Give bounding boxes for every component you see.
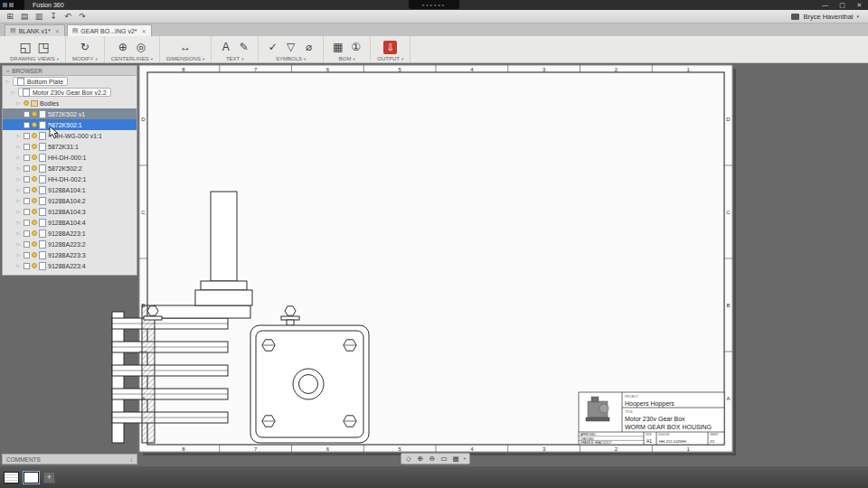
expand-arrow-icon[interactable]: ▷ [15, 111, 22, 117]
chevron-down-icon[interactable]: ▾ [462, 454, 467, 464]
lightbulb-icon[interactable] [32, 144, 37, 149]
minimize-button[interactable]: — [816, 0, 834, 10]
maximize-button[interactable]: ▢ [834, 0, 851, 10]
output-pdf-icon[interactable]: ⇩ [383, 41, 397, 54]
leader-text-icon[interactable]: ✎ [236, 40, 251, 55]
browser-item[interactable]: ▷91288A223:1 [3, 228, 137, 239]
comments-icon[interactable] [791, 14, 799, 20]
app-grid-icon[interactable]: ⊞ [3, 11, 17, 23]
lightbulb-icon[interactable] [24, 100, 29, 106]
surface-texture-icon[interactable]: ✓ [265, 40, 280, 55]
expand-arrow-icon[interactable]: ▷ [15, 144, 22, 149]
weld-symbol-icon[interactable]: ▽ [283, 40, 298, 55]
collapse-browser-icon[interactable]: « [6, 68, 9, 73]
user-menu[interactable]: Bryce Haventhal [803, 13, 853, 21]
expand-arrow-icon[interactable]: ▷ [15, 155, 22, 160]
lightbulb-icon[interactable] [32, 252, 37, 258]
visibility-checkbox[interactable] [24, 155, 30, 161]
expand-arrow-icon[interactable]: ▷ [15, 176, 22, 182]
open-icon[interactable]: ▥ [32, 11, 46, 23]
browser-item[interactable]: ▷91288A223:2 [3, 239, 137, 249]
lightbulb-icon[interactable] [32, 122, 37, 127]
expand-arrow-icon[interactable]: ▷ [15, 209, 22, 214]
lightbulb-icon[interactable] [32, 263, 37, 268]
expand-arrow-icon[interactable]: ▷ [15, 230, 22, 236]
lightbulb-icon[interactable] [32, 220, 37, 225]
expand-arrow-icon[interactable]: ▷ [15, 122, 22, 127]
document-tab[interactable]: ▤BLANK v1*✕ [5, 24, 65, 36]
close-button[interactable]: ✕ [851, 0, 868, 10]
lightbulb-icon[interactable] [32, 111, 37, 117]
visibility-checkbox[interactable] [24, 252, 30, 258]
expand-arrow-icon[interactable]: ▷ [15, 165, 22, 171]
browser-item[interactable]: ▷∞HH-WG-000 v1:1 [3, 130, 137, 141]
centerline-icon[interactable]: ⊕ [115, 40, 130, 55]
zoom-in-icon[interactable]: ⊕ [415, 454, 426, 464]
drawing-canvas-area[interactable]: PROJECT Hoopers Hoppers TITLE Motor 230v… [0, 63, 868, 466]
expand-arrow-icon[interactable]: ▷ [10, 89, 16, 95]
visibility-checkbox[interactable] [24, 133, 30, 139]
visibility-checkbox[interactable] [24, 209, 30, 215]
visibility-checkbox[interactable] [24, 263, 30, 269]
expand-arrow-icon[interactable]: ▷ [15, 263, 22, 268]
lightbulb-icon[interactable] [32, 165, 37, 171]
tab-close-icon[interactable]: ✕ [55, 28, 60, 34]
lightbulb-icon[interactable] [32, 187, 37, 192]
dimension-icon[interactable]: ↔ [178, 40, 193, 55]
expand-arrow-icon[interactable]: ▷ [15, 252, 22, 258]
redo-icon[interactable]: ↷ [75, 11, 90, 23]
comments-bar[interactable]: COMMENTS ↕ [2, 454, 137, 465]
add-sheet-button[interactable]: + [43, 472, 55, 483]
pan-icon[interactable]: ◇ [403, 454, 414, 464]
expand-arrow-icon[interactable]: ▷ [15, 241, 22, 247]
lightbulb-icon[interactable] [32, 209, 37, 214]
datum-identifier-icon[interactable]: ⌀ [301, 40, 316, 55]
expand-arrow-icon[interactable]: ▷ [15, 198, 22, 203]
browser-item[interactable]: ▷Bottom Plate [3, 76, 137, 87]
table-icon[interactable]: ▦ [330, 40, 345, 55]
browser-item[interactable]: ▷91288A104:1 [3, 184, 137, 195]
visibility-checkbox[interactable] [24, 220, 30, 226]
lightbulb-icon[interactable] [32, 176, 37, 182]
visibility-checkbox[interactable] [24, 187, 30, 193]
browser-item[interactable]: ▷91288A104:3 [3, 206, 137, 217]
base-view-icon[interactable]: ◱ [18, 40, 33, 55]
browser-item[interactable]: ▷5872K502 v1 [3, 108, 137, 119]
sheet-thumbnail-1[interactable] [4, 472, 19, 483]
move-view-icon[interactable]: ↻ [77, 40, 92, 55]
visibility-checkbox[interactable] [24, 144, 30, 150]
undo-icon[interactable]: ↶ [61, 11, 75, 23]
expand-arrow-icon[interactable]: ▷ [15, 133, 22, 138]
expand-arrow-icon[interactable]: ▷ [5, 79, 11, 84]
document-tab[interactable]: ▤GEAR BO...ING v2*✕ [67, 24, 152, 36]
center-mark-icon[interactable]: ◎ [133, 40, 148, 55]
browser-item[interactable]: ▷5872K31:1 [3, 141, 137, 152]
visibility-checkbox[interactable] [24, 111, 30, 117]
browser-item[interactable]: ▷Motor 230v Gear Box v2.2 [3, 87, 137, 98]
display-settings-icon[interactable]: ▦ [450, 454, 461, 464]
browser-item[interactable]: ▷91288A104:4 [3, 217, 137, 228]
expand-arrow-icon[interactable]: ▷ [15, 220, 22, 225]
lightbulb-icon[interactable] [32, 230, 37, 236]
tab-close-icon[interactable]: ✕ [142, 28, 146, 34]
zoom-out-icon[interactable]: ⊖ [427, 454, 438, 464]
browser-item[interactable]: ▷91288A223:4 [3, 260, 137, 271]
expand-arrow-icon[interactable]: ▷ [15, 100, 22, 106]
lightbulb-icon[interactable] [32, 241, 37, 247]
visibility-checkbox[interactable] [24, 122, 30, 128]
visibility-checkbox[interactable] [24, 230, 30, 237]
browser-item[interactable]: ▷5872K502:2 [3, 163, 137, 174]
zoom-window-icon[interactable]: ▭ [439, 454, 449, 464]
browser-item[interactable]: ▷91288A223:3 [3, 249, 137, 260]
new-design-icon[interactable]: ▤ [17, 11, 32, 23]
sheet-thumbnail-2[interactable] [24, 472, 39, 483]
lightbulb-icon[interactable] [32, 198, 37, 203]
chevron-down-icon[interactable]: ▾ [856, 14, 859, 19]
browser-item[interactable]: ▷Bodies [3, 98, 137, 108]
visibility-checkbox[interactable] [24, 176, 30, 183]
browser-item[interactable]: ▷5872K502:1 [3, 119, 137, 130]
expand-arrow-icon[interactable]: ▷ [15, 187, 22, 192]
balloon-icon[interactable]: ① [348, 40, 363, 55]
lightbulb-icon[interactable] [32, 155, 37, 160]
browser-item[interactable]: ▷HH-DH-000:1 [3, 152, 137, 163]
